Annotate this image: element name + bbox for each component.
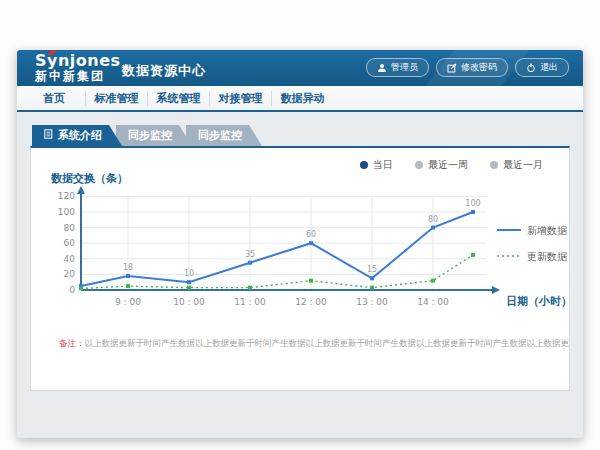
filter-last-month[interactable]: 最近一月 bbox=[490, 158, 543, 172]
tab-sync-monitor-1-label: 同步监控 bbox=[128, 128, 172, 143]
chart-container: 9 : 0010 : 0011 : 0012 : 0013 : 0014 : 0… bbox=[31, 172, 569, 318]
power-icon bbox=[526, 63, 536, 73]
filter-last-week[interactable]: 最近一周 bbox=[415, 158, 468, 172]
time-range-filters: 当日 最近一周 最近一月 bbox=[31, 148, 569, 172]
tab-sync-monitor-2-label: 同步监控 bbox=[198, 128, 242, 143]
svg-text:120: 120 bbox=[58, 191, 75, 201]
header: Synjones 新中新集团 数据资源中心 管理员 修改密码 bbox=[17, 50, 583, 86]
svg-text:13 : 00: 13 : 00 bbox=[356, 297, 388, 307]
logo-subtitle: 新中新集团 bbox=[35, 70, 121, 83]
svg-text:10: 10 bbox=[184, 269, 194, 278]
svg-text:100: 100 bbox=[58, 207, 75, 217]
svg-text:12 : 00: 12 : 00 bbox=[295, 297, 327, 307]
svg-text:新增数据: 新增数据 bbox=[527, 225, 567, 236]
svg-text:35: 35 bbox=[245, 250, 255, 259]
nav-item-standards[interactable]: 标准管理 bbox=[85, 91, 147, 106]
nav-item-system[interactable]: 系统管理 bbox=[147, 91, 209, 106]
svg-text:60: 60 bbox=[306, 230, 316, 239]
tab-system-intro[interactable]: 系统介绍 bbox=[32, 125, 122, 146]
filter-today[interactable]: 当日 bbox=[360, 158, 393, 172]
nav-item-home[interactable]: 首页 bbox=[23, 91, 85, 106]
footer-note-label: 备注： bbox=[59, 338, 85, 348]
footer-note-text: 以上数据更新于时间产生数据以上数据更新于时间产生数据以上数据更新于时间产生数据以… bbox=[85, 338, 570, 348]
nav-item-data-changes[interactable]: 数据异动 bbox=[271, 91, 333, 106]
admin-user-label: 管理员 bbox=[391, 61, 418, 74]
page-title: 数据资源中心 bbox=[122, 62, 206, 80]
app-window: Synjones 新中新集团 数据资源中心 管理员 修改密码 bbox=[17, 50, 583, 438]
nav-item-integration[interactable]: 对接管理 bbox=[209, 91, 271, 106]
user-icon bbox=[377, 63, 387, 73]
main-nav: 首页 标准管理 系统管理 对接管理 数据异动 bbox=[17, 86, 583, 112]
svg-text:更新数据: 更新数据 bbox=[527, 251, 567, 262]
tab-bar: 系统介绍 同步监控 同步监控 bbox=[32, 125, 570, 146]
svg-text:数据交换（条）: 数据交换（条） bbox=[50, 172, 128, 185]
filter-today-label: 当日 bbox=[373, 158, 393, 172]
filter-last-week-label: 最近一周 bbox=[428, 158, 468, 172]
line-chart: 9 : 0010 : 0011 : 0012 : 0013 : 0014 : 0… bbox=[45, 172, 567, 314]
svg-text:0: 0 bbox=[69, 285, 75, 295]
svg-text:9 : 00: 9 : 00 bbox=[115, 297, 141, 307]
svg-text:18: 18 bbox=[123, 263, 133, 272]
svg-text:14 : 00: 14 : 00 bbox=[417, 297, 449, 307]
content-area: 系统介绍 同步监控 同步监控 当日 最近一周 bbox=[17, 112, 583, 404]
radio-selected-icon bbox=[360, 161, 368, 169]
svg-text:20: 20 bbox=[64, 269, 76, 279]
chart-card: 当日 最近一周 最近一月 9 : 0010 : 0011 : 0012 : 00… bbox=[30, 146, 570, 391]
tab-system-intro-label: 系统介绍 bbox=[58, 128, 102, 143]
svg-text:15: 15 bbox=[367, 265, 377, 274]
svg-text:40: 40 bbox=[64, 254, 76, 264]
svg-text:80: 80 bbox=[64, 223, 76, 233]
svg-text:11 : 00: 11 : 00 bbox=[234, 297, 266, 307]
logo: Synjones 新中新集团 bbox=[35, 53, 121, 82]
svg-text:60: 60 bbox=[64, 238, 76, 248]
logo-title: Synjones bbox=[35, 53, 121, 70]
svg-text:日期（小时）: 日期（小时） bbox=[506, 295, 567, 308]
change-password-button[interactable]: 修改密码 bbox=[436, 58, 508, 77]
tab-sync-monitor-2[interactable]: 同步监控 bbox=[186, 125, 262, 146]
svg-text:80: 80 bbox=[428, 215, 438, 224]
edit-icon bbox=[447, 63, 457, 73]
footer-note: 备注：以上数据更新于时间产生数据以上数据更新于时间产生数据以上数据更新于时间产生… bbox=[59, 338, 569, 350]
radio-icon bbox=[490, 161, 498, 169]
document-icon bbox=[44, 129, 53, 142]
logout-button[interactable]: 退出 bbox=[515, 58, 569, 77]
filter-last-month-label: 最近一月 bbox=[503, 158, 543, 172]
radio-icon bbox=[415, 161, 423, 169]
header-buttons: 管理员 修改密码 退出 bbox=[366, 58, 569, 77]
tab-sync-monitor-1[interactable]: 同步监控 bbox=[116, 125, 192, 146]
logout-label: 退出 bbox=[540, 61, 558, 74]
svg-text:10 : 00: 10 : 00 bbox=[173, 297, 205, 307]
admin-user-button[interactable]: 管理员 bbox=[366, 58, 429, 77]
svg-text:100: 100 bbox=[465, 199, 480, 208]
change-password-label: 修改密码 bbox=[461, 61, 497, 74]
